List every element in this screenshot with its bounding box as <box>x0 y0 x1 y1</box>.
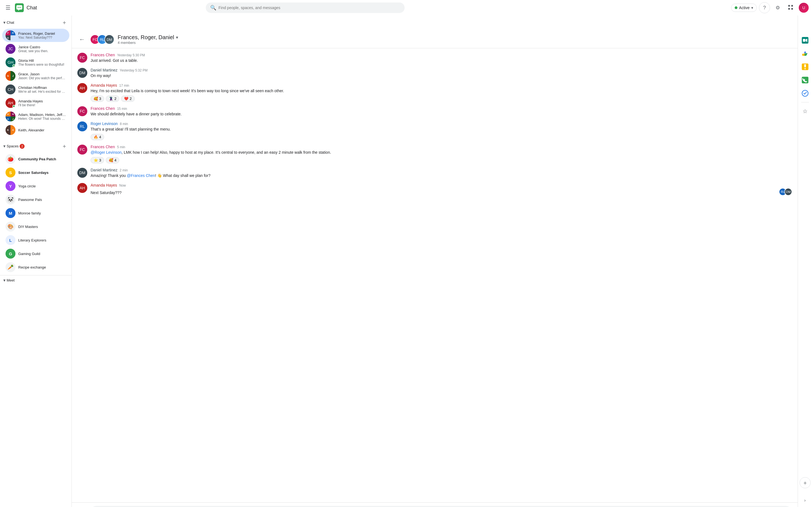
app-logo-icon <box>15 3 24 12</box>
avatar-part: M <box>10 112 15 116</box>
user-avatar[interactable]: U <box>799 3 809 13</box>
chat-item-info: Frances, Roger, DanielYou: Next Saturday… <box>18 32 66 40</box>
space-item-soccer-saturdays[interactable]: SSoccer Saturdays <box>2 166 69 179</box>
help-icon: ? <box>763 5 766 11</box>
space-item-literary-explorers[interactable]: LLiterary Explorers <box>2 233 69 247</box>
read-receipt-avatar: DM <box>784 188 792 196</box>
avatar-wrap: FRD <box>5 31 15 40</box>
reaction-emoji: 🔥 <box>94 135 98 139</box>
message-group: AHAmanda HayesNowNext Saturday???RLDM <box>77 183 792 196</box>
new-chat-button[interactable]: ＋ <box>60 18 68 27</box>
chat-item-info: Janice CastroGreat, see you then. <box>18 45 66 53</box>
chat-item-amanda-hayes[interactable]: AHAmanda HayesI'll be there! <box>2 96 69 110</box>
message-group: FCFrances ChenYesterday 5:30 PMJust arri… <box>77 53 792 63</box>
message-sender-name: Daniel Martinez <box>91 68 117 72</box>
status-label: Active <box>739 5 750 10</box>
message-body: Roger Levinson8 minThat's a great idea! … <box>91 121 792 140</box>
reaction-count: 3 <box>99 97 101 101</box>
google-keep-icon[interactable] <box>800 61 811 72</box>
chat-item-frances-roger-daniel[interactable]: FRDFrances, Roger, DanielYou: Next Satur… <box>2 29 69 42</box>
message-avatar: AH <box>77 83 87 93</box>
chat-item-grace-jason[interactable]: GJGrace, JasonJason: Did you watch the p… <box>2 69 69 82</box>
space-item-yoga-circle[interactable]: YYoga circle <box>2 179 69 193</box>
space-item-pawsome-pals[interactable]: 🐼Pawsome Pals <box>2 193 69 206</box>
spaces-section-header[interactable]: ▾ Spaces 2 ＋ <box>0 139 71 152</box>
space-icon: Y <box>5 181 15 191</box>
google-tasks-icon[interactable] <box>800 88 811 99</box>
help-button[interactable]: ? <box>759 2 770 13</box>
reaction-button[interactable]: ⭐3 <box>91 157 104 163</box>
chat-item-gloria-hill[interactable]: GHGloria HillThe flowers were so thought… <box>2 56 69 69</box>
chat-section-header[interactable]: ▾ Chat ＋ <box>0 15 71 29</box>
reactions: 🥰3🦹2❤️2 <box>91 96 792 102</box>
mention-link[interactable]: @Frances Chen <box>127 173 155 178</box>
apps-button[interactable] <box>785 2 797 13</box>
meet-section: ▾ Meet <box>0 275 71 285</box>
reaction-button[interactable]: 🥰3 <box>91 96 104 102</box>
chat-item-name: Frances, Roger, Daniel <box>18 32 66 36</box>
chat-item-keith-alexander[interactable]: KAKeith, Alexander <box>2 123 69 136</box>
mention-link[interactable]: @Roger Levinson <box>91 150 121 155</box>
message-header: Amanda HayesNow <box>91 183 792 187</box>
chat-item-christian-hoffman[interactable]: CHChristian HoffmanWe're all set. He's e… <box>2 83 69 96</box>
meet-label: Meet <box>7 278 15 282</box>
message-body: Frances ChenYesterday 5:30 PMJust arrive… <box>91 53 792 63</box>
reaction-emoji: ❤️ <box>124 97 129 101</box>
reaction-button[interactable]: 🔥4 <box>91 134 104 140</box>
settings-button[interactable]: ⚙ <box>772 2 783 13</box>
space-item-diy-masters[interactable]: 🎨DIY Masters <box>2 220 69 233</box>
message-header: Daniel Martinez2 min <box>91 168 792 172</box>
new-space-button[interactable]: ＋ <box>60 141 68 151</box>
chat-item-preview: The flowers were so thoughtful! <box>18 63 66 66</box>
chat-item-name: Grace, Jason <box>18 72 66 76</box>
chat-item-adam-madison[interactable]: AMHJAdam, Madison, Helen, JeffreyHelen: … <box>2 110 69 123</box>
message-header: Frances Chen5 min <box>91 145 792 149</box>
space-item-gaming-guild[interactable]: GGaming Guild <box>2 247 69 260</box>
add-right-panel-button[interactable]: ＋ <box>800 477 811 488</box>
read-receipts: RLDM <box>779 188 792 196</box>
search-input[interactable] <box>218 5 400 10</box>
chat-item-name: Keith, Alexander <box>18 128 66 132</box>
status-chevron-icon: ▾ <box>751 5 753 10</box>
avatar-wrap: GH <box>5 57 15 67</box>
chat-title[interactable]: Frances, Roger, Daniel ▾ <box>118 34 792 41</box>
reaction-button[interactable]: 🦹2 <box>106 96 119 102</box>
avatar-wrap: JC <box>5 44 15 54</box>
chat-item-preview: Great, see you then. <box>18 49 66 53</box>
space-name: Literary Explorers <box>18 238 46 242</box>
google-meet-icon[interactable] <box>800 35 811 46</box>
message-time: Now <box>119 183 126 187</box>
google-drive-icon[interactable] <box>800 48 811 59</box>
meet-section-header[interactable]: ▾ Meet <box>3 278 68 283</box>
reaction-button[interactable]: ❤️2 <box>121 96 135 102</box>
hamburger-button[interactable]: ☰ <box>3 2 13 13</box>
star-button[interactable]: ☆ <box>800 106 811 117</box>
search-bar[interactable]: 🔍 <box>206 2 405 13</box>
space-icon: 🎨 <box>5 222 15 232</box>
message-input-box[interactable]: A̲ ☺ GIF ↑ 🎬 ▶ <box>90 506 792 507</box>
avatar-part: A <box>5 112 10 116</box>
space-item-monroe-family[interactable]: MMonroe family <box>2 207 69 220</box>
message-text: Amazing! Thank you @Frances Chen! 👋 What… <box>91 173 792 179</box>
avatar-part: J <box>10 116 15 121</box>
reaction-button[interactable]: 🥰4 <box>106 157 119 163</box>
chat-item-name: Amanda Hayes <box>18 99 66 103</box>
space-item-recipe-exchange[interactable]: 🥕Recipe exchange <box>2 261 69 274</box>
chat-item-janice-castro[interactable]: JCJanice CastroGreat, see you then. <box>2 42 69 55</box>
avatar-multi: FRD <box>5 31 15 40</box>
right-icons-panel: ☆ ＋ › <box>798 15 812 507</box>
back-button[interactable]: ← <box>77 34 87 45</box>
status-button[interactable]: Active ▾ <box>731 4 757 12</box>
message-group: FCFrances Chen15 minWe should definitely… <box>77 106 792 117</box>
chat-header: ← FC RL DM Frances, Roger, Daniel ▾ 4 me… <box>72 31 798 48</box>
message-text: Just arrived. Got us a table. <box>91 58 792 63</box>
space-item-community-pea-patch[interactable]: 🍅Community Pea Patch <box>2 152 69 166</box>
google-phone-icon[interactable] <box>800 74 811 86</box>
reaction-count: 2 <box>130 97 132 101</box>
space-name: Monroe family <box>18 211 41 215</box>
space-icon: 🍅 <box>5 154 15 164</box>
avatar-wrap: GJ <box>5 71 15 81</box>
reaction-count: 2 <box>114 97 116 101</box>
expand-right-panel-button[interactable]: › <box>800 495 811 506</box>
message-group: DMDaniel Martinez2 minAmazing! Thank you… <box>77 168 792 179</box>
